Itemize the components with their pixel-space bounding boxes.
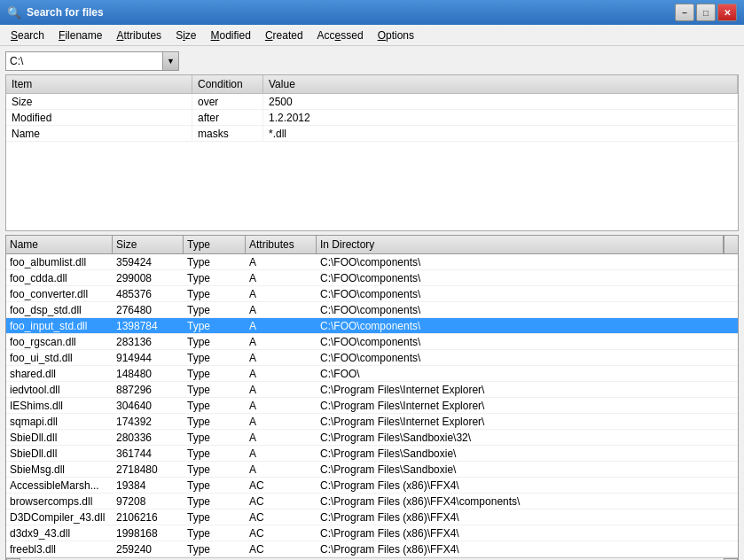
cell-type: Type [184,254,246,270]
cell-directory: C:\FOO\components\ [317,334,738,350]
cell-directory: C:\Program Files (x86)\FFX4\ [317,478,738,494]
table-row[interactable]: iedvtool.dll 887296 Type A C:\Program Fi… [6,382,738,398]
cell-attributes: A [246,382,317,398]
cell-size: 283136 [113,334,184,350]
cell-attributes: A [246,350,317,366]
menu-item-modified[interactable]: Modified [204,27,258,43]
cell-name: sqmapi.dll [6,414,113,430]
cell-attributes: A [246,398,317,414]
cell-name: foo_cdda.dll [6,270,113,286]
cell-name: AccessibleMarsh... [6,478,113,494]
table-row[interactable]: SbieDll.dll 280336 Type A C:\Program Fil… [6,430,738,446]
cell-directory: C:\FOO\components\ [317,302,738,318]
table-row[interactable]: freebl3.dll 259240 Type AC C:\Program Fi… [6,541,738,557]
cell-type: Type [184,414,246,430]
results-header: Name Size Type Attributes In Directory [6,236,738,254]
cell-type: Type [184,446,246,462]
cell-type: Type [184,270,246,286]
results-body[interactable]: foo_albumlist.dll 359424 Type A C:\FOO\c… [6,254,738,557]
cell-attributes: A [246,302,317,318]
cell-attributes: A [246,286,317,302]
close-button[interactable]: ✕ [717,4,737,21]
cell-size: 276480 [113,302,184,318]
col-header-size[interactable]: Size [113,236,184,253]
cell-attributes: A [246,462,317,478]
cell-size: 2718480 [113,462,184,478]
cell-name: foo_converter.dll [6,286,113,302]
table-row[interactable]: foo_cdda.dll 299008 Type A C:\FOO\compon… [6,270,738,286]
cell-type: Type [184,318,246,334]
maximize-button[interactable]: □ [696,4,716,21]
cell-name: browsercomps.dll [6,494,113,509]
menu-item-created[interactable]: Created [258,27,310,43]
table-row[interactable]: SbieMsg.dll 2718480 Type A C:\Program Fi… [6,462,738,478]
cell-name: IEShims.dll [6,398,113,414]
results-body-wrapper: foo_albumlist.dll 359424 Type A C:\FOO\c… [6,254,738,557]
menu-search-label: Search [11,29,44,42]
col-header-directory[interactable]: In Directory [317,236,724,253]
table-row[interactable]: foo_dsp_std.dll 276480 Type A C:\FOO\com… [6,302,738,318]
cell-attributes: A [246,318,317,334]
cell-directory: C:\FOO\ [317,366,738,382]
cell-attributes: A [246,334,317,350]
cell-name: foo_dsp_std.dll [6,302,113,318]
cell-name: foo_ui_std.dll [6,350,113,366]
menu-created-label: Created [265,29,303,42]
criteria-cell-item: Name [6,126,192,142]
cell-attributes: A [246,270,317,286]
minimize-button[interactable]: – [675,4,694,21]
criteria-cell-condition: after [192,110,263,126]
table-row[interactable]: D3DCompiler_43.dll 2106216 Type AC C:\Pr… [6,509,738,525]
col-header-name[interactable]: Name [6,236,113,253]
table-row[interactable]: shared.dll 148480 Type A C:\FOO\ [6,366,738,382]
cell-type: Type [184,430,246,446]
table-row[interactable]: foo_ui_std.dll 914944 Type A C:\FOO\comp… [6,350,738,366]
cell-name: SbieMsg.dll [6,462,113,478]
cell-attributes: A [246,254,317,270]
window-title: Search for files [27,6,675,19]
criteria-row: Name masks *.dll [6,126,738,142]
cell-type: Type [184,494,246,509]
cell-name: iedvtool.dll [6,382,113,398]
menu-item-size[interactable]: Size [168,27,203,43]
menu-item-attributes[interactable]: Attributes [109,27,168,43]
table-row[interactable]: foo_rgscan.dll 283136 Type A C:\FOO\comp… [6,334,738,350]
table-row[interactable]: IEShims.dll 304640 Type A C:\Program Fil… [6,398,738,414]
criteria-row: Size over 2500 [6,94,738,110]
cell-directory: C:\FOO\components\ [317,350,738,366]
criteria-cell-item: Size [6,94,192,110]
drive-value: C:\ [6,53,162,69]
drive-dropdown-button[interactable]: ▼ [162,52,178,70]
cell-size: 914944 [113,350,184,366]
menu-item-filename[interactable]: Filename [51,27,109,43]
cell-attributes: AC [246,494,317,509]
table-row[interactable]: sqmapi.dll 174392 Type A C:\Program File… [6,414,738,430]
criteria-section: Item Condition Value Size over 2500 Modi… [5,74,739,231]
table-row[interactable]: AccessibleMarsh... 19384 Type AC C:\Prog… [6,478,738,494]
cell-directory: C:\Program Files\Sandboxie\ [317,462,738,478]
cell-attributes: AC [246,509,317,525]
cell-size: 887296 [113,382,184,398]
app-icon: 🔍 [7,6,21,19]
cell-attributes: A [246,446,317,462]
table-row[interactable]: foo_converter.dll 485376 Type A C:\FOO\c… [6,286,738,302]
col-header-attributes[interactable]: Attributes [246,236,317,253]
criteria-cell-item: Modified [6,110,192,126]
drive-selector-row: C:\ ▼ [5,51,739,71]
criteria-rows: Size over 2500 Modified after 1.2.2012 N… [6,94,738,142]
menu-item-options[interactable]: Options [371,27,421,43]
cell-name: SbieDll.dll [6,430,113,446]
table-row[interactable]: SbieDll.dll 361744 Type A C:\Program Fil… [6,446,738,462]
col-header-type[interactable]: Type [184,236,246,253]
cell-type: Type [184,541,246,557]
table-row[interactable]: d3dx9_43.dll 1998168 Type AC C:\Program … [6,525,738,541]
menu-item-accessed[interactable]: Accessed [310,27,371,43]
cell-directory: C:\Program Files (x86)\FFX4\ [317,509,738,525]
table-row[interactable]: foo_albumlist.dll 359424 Type A C:\FOO\c… [6,254,738,270]
cell-name: SbieDll.dll [6,446,113,462]
cell-type: Type [184,366,246,382]
table-row[interactable]: browsercomps.dll 97208 Type AC C:\Progra… [6,494,738,509]
cell-type: Type [184,302,246,318]
table-row[interactable]: foo_input_std.dll 1398784 Type A C:\FOO\… [6,318,738,334]
menu-item-search[interactable]: Search [4,27,51,43]
